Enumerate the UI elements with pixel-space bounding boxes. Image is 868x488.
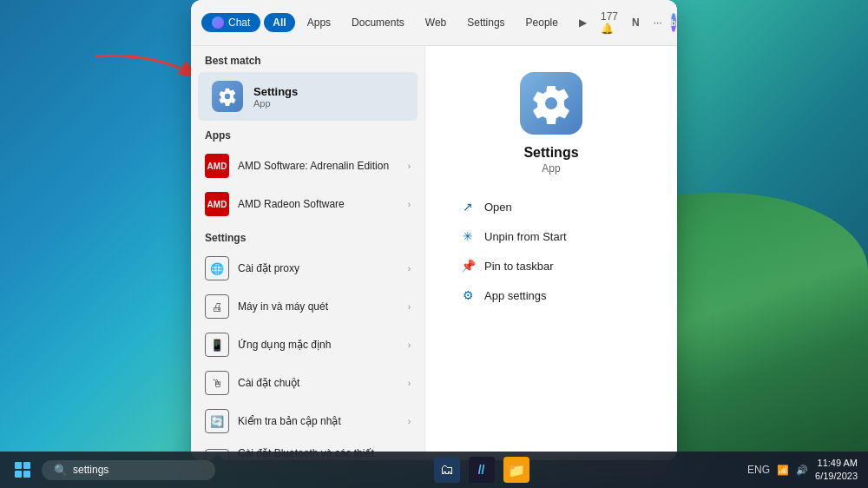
list-item-printer[interactable]: 🖨 Máy in và máy quét › [191,287,424,326]
keyboard-n-icon[interactable]: N [627,13,645,32]
chevron-update: › [408,417,411,426]
right-app-name: Settings [523,145,578,161]
context-unpin-start[interactable]: ✳ Unpin from Start [451,221,651,251]
settings-app-icon-large [212,81,243,112]
bing-copilot-icon[interactable]: b [671,13,676,32]
time-date-display[interactable]: 11:49 AM 6/19/2023 [815,457,858,484]
context-app-settings[interactable]: ⚙ App settings [451,280,651,310]
list-item-proxy[interactable]: 🌐 Cài đặt proxy › [191,249,424,287]
chevron-proxy: › [408,264,411,274]
list-item-amd-radeon[interactable]: AMD AMD Radeon Software › [191,185,424,223]
settings-section-label: Settings [191,223,424,249]
list-item-left: AMD AMD Software: Adrenalin Edition [205,154,389,178]
date-display: 6/19/2023 [815,470,858,483]
default-app-icon: 📱 [205,333,229,357]
tab-apps[interactable]: Apps [299,13,339,32]
settings-app-icon-right [520,72,582,135]
tab-chat[interactable]: Chat [201,13,260,32]
printer-label: Máy in và máy quét [238,300,328,313]
list-item-update[interactable]: 🔄 Kiểm tra bản cập nhật › [191,402,424,440]
taskbar-explorer-icon[interactable]: 🗂 [434,457,460,483]
mouse-label: Cài đặt chuột [238,377,299,389]
list-item-mouse[interactable]: 🖱 Cài đặt chuột › [191,364,424,402]
context-open[interactable]: ↗ Open [451,192,651,221]
open-icon: ↗ [460,199,476,214]
more-options-icon[interactable]: ··· [648,13,667,32]
proxy-label: Cài đặt proxy [238,262,299,274]
windows-logo [15,462,30,478]
play-button[interactable]: ▶ [574,13,592,32]
tab-web[interactable]: Web [417,13,455,32]
amd-icon-2: AMD [205,192,229,216]
mouse-icon: 🖱 [205,371,229,395]
context-menu: ↗ Open ✳ Unpin from Start 📌 Pin to taskb… [443,192,660,310]
best-match-item[interactable]: Settings App [198,72,418,121]
time-display: 11:49 AM [815,457,858,470]
chat-label: Chat [228,16,250,29]
taskbar-pinned-apps: 🗂 // 📁 [434,457,529,483]
tab-documents[interactable]: Documents [343,13,413,32]
wifi-icon: 📶 [777,465,789,476]
tab-people[interactable]: People [517,13,567,32]
main-content: Best match Settings App Apps AMD AMD Sof… [191,46,677,460]
tab-settings[interactable]: Settings [458,13,513,32]
list-item-default-app[interactable]: 📱 Ứng dụng mặc định › [191,326,424,364]
apps-section-label: Apps [191,121,424,147]
amd-radeon-label: AMD Radeon Software [238,198,345,210]
taskbar: 🔍 🗂 // 📁 ENG 📶 🔊 11:49 AM 6/19/2023 [0,452,868,488]
list-item-left-2: AMD AMD Radeon Software [205,192,345,216]
start-button[interactable] [10,458,35,482]
update-label: Kiểm tra bản cập nhật [238,415,341,427]
update-icon: 🔄 [205,409,229,433]
unpin-start-label: Unpin from Start [484,230,567,243]
default-app-label: Ứng dụng mặc định [238,339,331,351]
context-pin-taskbar[interactable]: 📌 Pin to taskbar [451,251,651,280]
chevron-mouse: › [408,379,411,388]
right-panel: Settings App ↗ Open ✳ Unpin from Start 📌… [425,46,677,460]
taskbar-right: ENG 📶 🔊 11:49 AM 6/19/2023 [747,457,858,484]
chevron-icon-2: › [408,200,411,209]
chevron-default-app: › [408,340,411,350]
taskbar-search-icon: 🔍 [54,464,68,477]
taskbar-devtools-icon[interactable]: // [469,457,495,483]
tabs-bar: Chat All Apps Documents Web Settings Peo… [191,0,677,46]
printer-icon: 🖨 [205,294,229,319]
left-panel: Best match Settings App Apps AMD AMD Sof… [191,46,425,460]
amd-adrenalin-label: AMD Software: Adrenalin Edition [238,160,389,172]
best-match-name: Settings [253,85,298,98]
language-indicator: ENG [747,464,770,476]
unpin-start-icon: ✳ [460,228,476,244]
volume-icon: 🔊 [796,465,808,476]
copilot-icon [212,16,224,29]
chevron-printer: › [408,302,411,312]
amd-icon-1: AMD [205,154,229,178]
best-match-text: Settings App [253,85,298,109]
pin-taskbar-icon: 📌 [460,258,476,274]
tab-all[interactable]: All [264,13,294,32]
right-app-type: App [542,162,560,175]
chevron-icon-1: › [408,162,411,171]
taskbar-search-input[interactable] [73,464,203,476]
start-menu: Chat All Apps Documents Web Settings Peo… [191,0,677,460]
best-match-type: App [253,98,298,109]
list-item-amd-adrenalin[interactable]: AMD AMD Software: Adrenalin Edition › [191,147,424,185]
proxy-icon: 🌐 [205,256,229,280]
best-match-label: Best match [191,46,424,72]
app-settings-icon: ⚙ [460,287,476,303]
pin-taskbar-label: Pin to taskbar [484,260,554,273]
app-settings-label: App settings [484,289,547,302]
taskbar-search-box[interactable]: 🔍 [42,460,215,480]
notification-icon[interactable]: 177 🔔 [595,7,623,38]
open-label: Open [484,201,512,214]
taskbar-folder-icon[interactable]: 📁 [503,457,529,483]
